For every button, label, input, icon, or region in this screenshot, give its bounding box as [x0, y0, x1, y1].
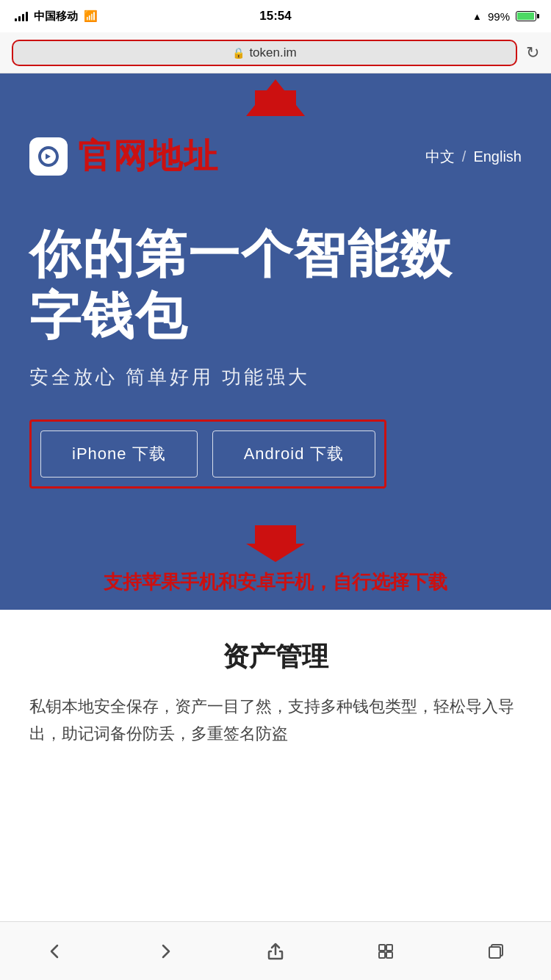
- wifi-icon: 📶: [84, 10, 98, 23]
- refresh-button[interactable]: ↻: [526, 45, 539, 61]
- forward-button[interactable]: [143, 933, 187, 970]
- header-row: 官网地址 中文 / English: [29, 134, 522, 179]
- share-button[interactable]: [253, 933, 298, 970]
- url-arrow-icon: [246, 79, 305, 116]
- battery-percent: 99%: [488, 10, 510, 23]
- lock-icon: 🔒: [232, 47, 245, 59]
- status-left: 中国移动 📶: [15, 10, 98, 24]
- url-arrow-container: [0, 73, 551, 116]
- carrier-label: 中国移动: [34, 10, 78, 24]
- tabs-button[interactable]: [474, 933, 518, 970]
- android-download-button[interactable]: Android 下载: [212, 430, 375, 478]
- svg-rect-3: [386, 952, 392, 958]
- hero-title: 你的第一个智能数字钱包: [29, 223, 522, 347]
- asset-section-body: 私钥本地安全保存，资产一目了然，支持多种钱包类型，轻松导入导出，助记词备份防丢，…: [29, 693, 522, 748]
- signal-icon: [15, 11, 28, 21]
- iphone-download-button[interactable]: iPhone 下载: [40, 430, 198, 478]
- status-time: 15:54: [259, 9, 291, 24]
- svg-rect-1: [386, 945, 392, 951]
- battery-icon: [516, 11, 536, 21]
- lang-english-link[interactable]: English: [473, 148, 522, 165]
- svg-rect-5: [489, 947, 500, 958]
- status-right: ▲ 99%: [472, 10, 536, 23]
- download-arrow-icon: [246, 525, 305, 562]
- lang-switcher: 中文 / English: [425, 147, 522, 167]
- download-arrow-container: [0, 518, 551, 562]
- main-hero-section: 官网地址 中文 / English 你的第一个智能数字钱包 安全放心 简单好用 …: [0, 116, 551, 518]
- logo-icon: [29, 137, 68, 176]
- svg-rect-2: [379, 952, 385, 958]
- url-bar[interactable]: 🔒 token.im: [12, 40, 517, 66]
- hero-subtitle: 安全放心 简单好用 功能强大: [29, 364, 522, 390]
- svg-rect-0: [379, 945, 385, 951]
- back-button[interactable]: [33, 933, 77, 970]
- url-text: token.im: [249, 46, 296, 60]
- logo-area: 官网地址: [29, 134, 219, 179]
- logo-title: 官网地址: [78, 134, 219, 179]
- browser-bar: 🔒 token.im ↻: [0, 32, 551, 73]
- asset-section-title: 资产管理: [29, 639, 522, 675]
- location-icon: ▲: [472, 11, 482, 22]
- bottom-nav: [0, 921, 551, 980]
- asset-section: 资产管理 私钥本地安全保存，资产一目了然，支持多种钱包类型，轻松导入导出，助记词…: [0, 610, 551, 770]
- lang-chinese-link[interactable]: 中文: [425, 147, 455, 167]
- annotation-text: 支持苹果手机和安卓手机，自行选择下载: [0, 562, 551, 610]
- status-bar: 中国移动 📶 15:54 ▲ 99%: [0, 0, 551, 32]
- lang-divider: /: [462, 148, 467, 165]
- download-buttons-container: iPhone 下载 Android 下载: [29, 419, 386, 489]
- bookmarks-button[interactable]: [364, 933, 408, 970]
